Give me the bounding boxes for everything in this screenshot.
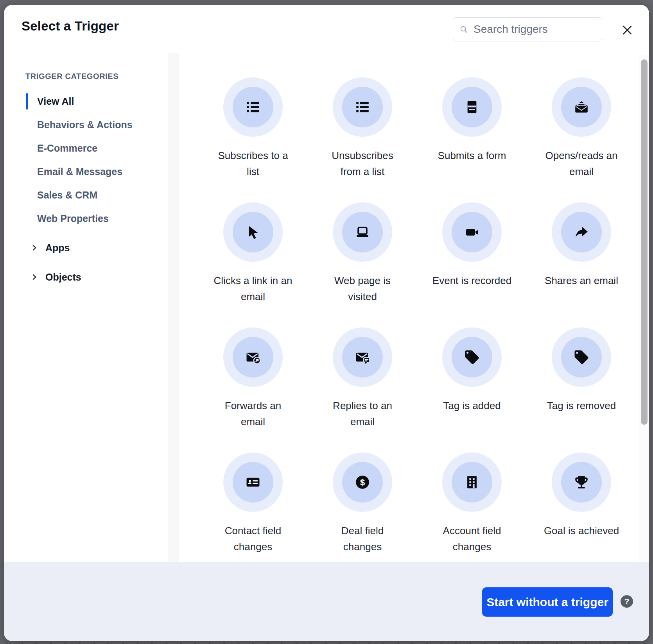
cursor-icon: [245, 224, 261, 240]
modal-footer: Start without a trigger ?: [4, 562, 649, 641]
email-reply-icon: [354, 349, 371, 365]
select-trigger-modal: Select a Trigger TRIGGER CATEGORIES View…: [4, 5, 649, 641]
trigger-opens-reads-an-email[interactable]: Opens/reads an email: [527, 77, 636, 202]
trigger-tag-is-added[interactable]: Tag is added: [417, 327, 527, 453]
trigger-label: Unsubscribes from a list: [332, 148, 393, 180]
sidebar-group-apps[interactable]: Apps: [30, 241, 70, 255]
trigger-goal-is-achieved[interactable]: Goal is achieved: [527, 453, 636, 578]
trigger-label: Web page is visited: [334, 273, 391, 305]
sidebar-item-sales-crm[interactable]: Sales & CRM: [37, 188, 97, 202]
trigger-label: Opens/reads an email: [545, 148, 617, 180]
trigger-contact-field-changes[interactable]: Contact field changes: [198, 453, 308, 578]
search-input[interactable]: [473, 23, 596, 36]
svg-text:$: $: [360, 478, 365, 487]
form-icon: [464, 99, 480, 115]
trigger-tag-is-removed[interactable]: Tag is removed: [527, 327, 636, 453]
trigger-label: Subscribes to a list: [218, 148, 288, 180]
laptop-icon: [354, 224, 371, 240]
sidebar-scrollbar-track: [168, 53, 179, 562]
active-item-indicator: [26, 93, 28, 109]
trigger-label: Replies to an email: [333, 398, 392, 430]
trigger-deal-field-changes[interactable]: $ Deal field changes: [308, 453, 417, 578]
trigger-account-field-changes[interactable]: Account field changes: [417, 453, 527, 578]
trigger-shares-an-email[interactable]: Shares an email: [527, 202, 636, 327]
trigger-grid: Subscribes to a list Unsubscribes from a…: [198, 77, 636, 578]
sidebar-group-label: Objects: [45, 272, 81, 283]
trigger-submits-a-form[interactable]: Submits a form: [417, 77, 527, 202]
trigger-label: Forwards an email: [225, 398, 282, 430]
contact-card-icon: [245, 474, 261, 490]
trigger-label: Shares an email: [545, 273, 618, 289]
trigger-label: Contact field changes: [225, 523, 282, 555]
start-without-trigger-button[interactable]: Start without a trigger: [482, 587, 613, 617]
help-icon[interactable]: ?: [621, 595, 633, 608]
trigger-subscribes-to-a-list[interactable]: Subscribes to a list: [198, 77, 308, 202]
share-arrow-icon: [573, 224, 590, 240]
sidebar-item-web-properties[interactable]: Web Properties: [37, 212, 109, 225]
tag-icon: [573, 349, 590, 365]
video-camera-icon: [464, 224, 480, 240]
trigger-replies-to-an-email[interactable]: Replies to an email: [308, 327, 417, 453]
sidebar-heading: TRIGGER CATEGORIES: [25, 72, 118, 81]
sidebar-item-email-messages[interactable]: Email & Messages: [37, 165, 122, 178]
content-scrollbar-thumb[interactable]: [641, 59, 648, 425]
list-icon: [354, 99, 371, 115]
trigger-label: Tag is added: [443, 398, 501, 414]
open-email-icon: [573, 99, 590, 115]
trigger-unsubscribes-from-a-list[interactable]: Unsubscribes from a list: [308, 77, 417, 202]
trigger-web-page-is-visited[interactable]: Web page is visited: [308, 202, 417, 327]
chevron-right-icon: [30, 243, 38, 252]
sidebar-group-objects[interactable]: Objects: [30, 270, 81, 284]
trigger-label: Account field changes: [443, 523, 501, 555]
sidebar-item-ecommerce[interactable]: E-Commerce: [37, 141, 97, 155]
trophy-icon: [573, 474, 590, 490]
sidebar-item-behaviors-actions[interactable]: Behaviors & Actions: [37, 118, 133, 131]
sidebar-item-view-all[interactable]: View All: [37, 95, 74, 108]
trigger-label: Goal is achieved: [544, 523, 619, 539]
search-box: [453, 17, 602, 41]
trigger-label: Deal field changes: [341, 523, 384, 555]
building-icon: [464, 474, 480, 490]
trigger-label: Clicks a link in an email: [214, 273, 292, 305]
trigger-clicks-a-link-in-an-email[interactable]: Clicks a link in an email: [198, 202, 308, 327]
trigger-label: Tag is removed: [547, 398, 616, 414]
trigger-label: Event is recorded: [432, 273, 511, 289]
search-icon: [459, 25, 468, 34]
list-icon: [245, 99, 261, 115]
dollar-icon: $: [354, 474, 371, 490]
trigger-event-is-recorded[interactable]: Event is recorded: [417, 202, 527, 327]
trigger-categories-sidebar: TRIGGER CATEGORIES View All Behaviors & …: [4, 5, 168, 562]
tag-icon: [464, 349, 480, 365]
chevron-right-icon: [30, 273, 38, 281]
trigger-forwards-an-email[interactable]: Forwards an email: [198, 327, 308, 453]
sidebar-group-label: Apps: [45, 242, 70, 254]
email-forward-icon: [245, 349, 261, 365]
close-button[interactable]: [619, 22, 635, 38]
trigger-label: Submits a form: [438, 148, 506, 164]
close-icon: [620, 23, 634, 37]
